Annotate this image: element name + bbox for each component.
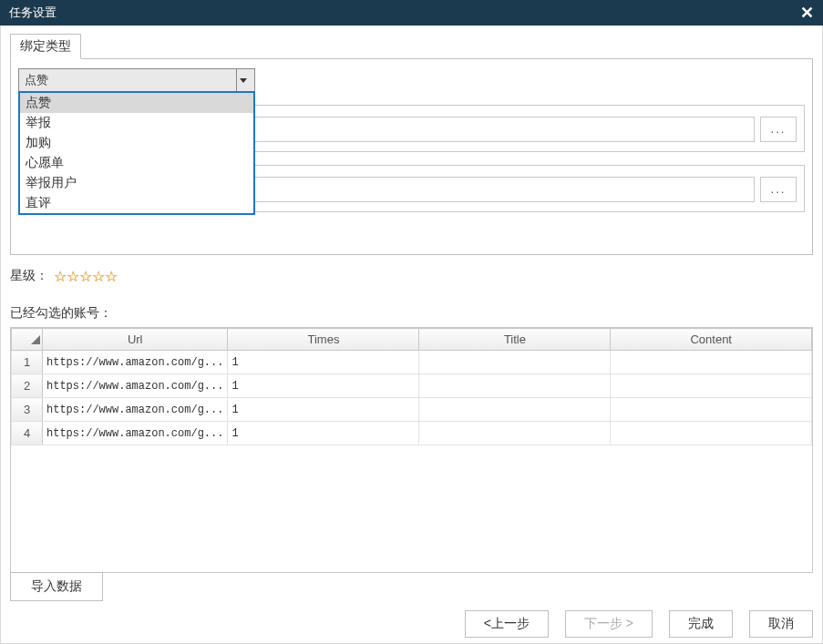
grid-header-times[interactable]: Times — [228, 329, 419, 351]
grid-corner[interactable] — [12, 329, 43, 351]
close-icon[interactable]: ✕ — [800, 0, 814, 26]
combo-option[interactable]: 举报用户 — [20, 173, 253, 193]
import-data-button[interactable]: 导入数据 — [10, 572, 103, 601]
combo-display[interactable]: 点赞 — [18, 68, 255, 92]
cell-title[interactable] — [419, 398, 611, 422]
grid-header-title[interactable]: Title — [419, 329, 611, 351]
row-number[interactable]: 2 — [12, 374, 43, 398]
star-icon[interactable]: ☆ — [105, 268, 118, 285]
star-icon[interactable]: ☆ — [67, 268, 79, 285]
star-icon[interactable]: ☆ — [79, 268, 92, 285]
row-number[interactable]: 3 — [12, 398, 43, 422]
grid-header-content[interactable]: Content — [611, 329, 812, 351]
bottom-area: 导入数据 <上一步 下一步 > 完成 取消 — [10, 572, 813, 638]
cancel-button[interactable]: 取消 — [749, 610, 813, 638]
tab-body: 点赞 点赞 举报 加购 心愿单 举报用户 直评 ... ... — [10, 58, 813, 255]
combo-selected-text: 点赞 — [25, 72, 48, 88]
cell-times[interactable]: 1 — [228, 422, 419, 445]
next-button: 下一步 > — [565, 610, 653, 638]
browse-button-1[interactable]: ... — [760, 117, 797, 142]
bind-type-combo[interactable]: 点赞 点赞 举报 加购 心愿单 举报用户 直评 — [18, 68, 255, 92]
cell-url[interactable]: https://www.amazon.com/g... — [43, 374, 228, 398]
star-icon[interactable]: ☆ — [92, 268, 105, 285]
row-number[interactable]: 4 — [12, 422, 43, 445]
cell-title[interactable] — [419, 351, 611, 374]
star-row: 星级： ☆ ☆ ☆ ☆ ☆ — [10, 268, 813, 285]
dialog-content: 绑定类型 点赞 点赞 举报 加购 心愿单 举报用户 直评 ... — [0, 26, 823, 644]
grid-table: Url Times Title Content 1 https://www.am… — [11, 328, 812, 445]
cell-content[interactable] — [611, 351, 812, 374]
wizard-buttons: <上一步 下一步 > 完成 取消 — [10, 610, 813, 638]
combo-dropdown: 点赞 举报 加购 心愿单 举报用户 直评 — [18, 91, 255, 215]
cell-times[interactable]: 1 — [228, 374, 419, 398]
tab-bind-type[interactable]: 绑定类型 — [10, 34, 81, 59]
combo-option[interactable]: 直评 — [20, 193, 253, 213]
prev-button[interactable]: <上一步 — [465, 610, 549, 638]
table-row[interactable]: 1 https://www.amazon.com/g... 1 — [12, 351, 812, 374]
star-label: 星级： — [10, 268, 48, 282]
finish-button[interactable]: 完成 — [669, 610, 733, 638]
cell-times[interactable]: 1 — [228, 398, 419, 422]
selected-accounts-label: 已经勾选的账号： — [10, 305, 813, 322]
cell-content[interactable] — [611, 374, 812, 398]
cell-url[interactable]: https://www.amazon.com/g... — [43, 422, 228, 445]
accounts-grid[interactable]: Url Times Title Content 1 https://www.am… — [10, 327, 813, 573]
cell-url[interactable]: https://www.amazon.com/g... — [43, 351, 228, 374]
combo-option[interactable]: 举报 — [20, 113, 253, 133]
cell-times[interactable]: 1 — [228, 351, 419, 374]
table-row[interactable]: 2 https://www.amazon.com/g... 1 — [12, 374, 812, 398]
row-number[interactable]: 1 — [12, 351, 43, 374]
combo-option[interactable]: 心愿单 — [20, 153, 253, 173]
cell-title[interactable] — [419, 374, 611, 398]
table-row[interactable]: 3 https://www.amazon.com/g... 1 — [12, 398, 812, 422]
combo-option[interactable]: 加购 — [20, 133, 253, 153]
window-title: 任务设置 — [9, 0, 57, 26]
combo-option[interactable]: 点赞 — [20, 93, 253, 113]
cell-title[interactable] — [419, 422, 611, 445]
chevron-down-icon[interactable] — [236, 69, 249, 91]
table-row[interactable]: 4 https://www.amazon.com/g... 1 — [12, 422, 812, 445]
star-rating[interactable]: ☆ ☆ ☆ ☆ ☆ — [54, 268, 118, 285]
grid-header-row: Url Times Title Content — [12, 329, 812, 351]
star-icon[interactable]: ☆ — [54, 268, 67, 285]
grid-header-url[interactable]: Url — [43, 329, 228, 351]
cell-content[interactable] — [611, 422, 812, 445]
cell-content[interactable] — [611, 398, 812, 422]
cell-url[interactable]: https://www.amazon.com/g... — [43, 398, 228, 422]
titlebar: 任务设置 ✕ — [0, 0, 823, 26]
browse-button-2[interactable]: ... — [760, 177, 797, 202]
